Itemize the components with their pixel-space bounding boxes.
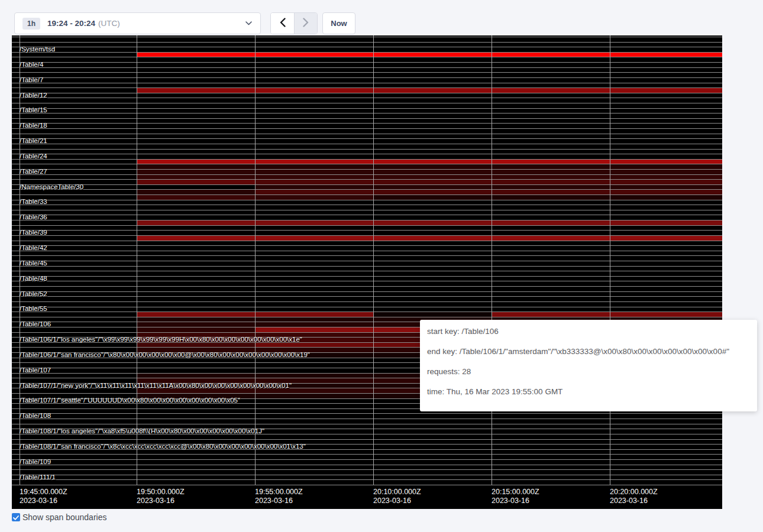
heatmap-band[interactable] [373,52,492,57]
heatmap-band[interactable] [373,184,492,190]
now-button[interactable]: Now [322,12,355,34]
heatmap-band[interactable] [255,194,373,200]
heatmap-band[interactable] [373,169,492,174]
heatmap-band[interactable] [255,220,373,225]
heatmap-band[interactable] [373,220,492,225]
heatmap-band[interactable] [255,322,373,327]
heatmap-band[interactable] [137,179,255,184]
heatmap-band[interactable] [137,52,255,57]
heatmap-band[interactable] [255,179,373,184]
heatmap-band[interactable] [137,327,255,332]
span-boundary-line [12,108,722,109]
key-visualizer-heatmap[interactable]: /System/tsd/Table/4/Table/7/Table/12/Tab… [12,35,722,509]
heatmap-band[interactable] [610,312,722,317]
span-boundary-line [12,245,722,246]
heatmap-band[interactable] [610,189,722,194]
chevron-right-icon [303,18,309,29]
span-boundary-line [12,281,722,281]
row-label: /Table/12 [20,92,47,99]
heatmap-band[interactable] [492,52,610,57]
heatmap-band[interactable] [373,87,492,93]
heatmap-band[interactable] [610,184,722,190]
show-span-boundaries-checkbox[interactable] [12,513,20,521]
heatmap-band[interactable] [373,164,492,169]
heatmap-band[interactable] [610,159,722,164]
heatmap-band[interactable] [610,87,722,93]
row-label: /Table/55 [20,306,47,313]
heatmap-band[interactable] [610,220,722,225]
span-boundary-line [12,144,722,144]
heatmap-band[interactable] [610,164,722,169]
heatmap-band[interactable] [137,169,255,174]
span-boundary-line [12,42,722,43]
heatmap-band[interactable] [373,179,492,184]
heatmap-band[interactable] [255,52,373,57]
heatmap-band[interactable] [492,194,610,200]
heatmap-band[interactable] [492,179,610,184]
heatmap-band[interactable] [492,189,610,194]
heatmap-band[interactable] [610,194,722,200]
heatmap-band[interactable] [373,312,492,317]
heatmap-band[interactable] [255,327,373,332]
span-boundary-line [12,113,722,113]
heatmap-band[interactable] [610,174,722,180]
row-label: /Table/108/1/"san francisco"/"\x8c\xcc\x… [20,443,306,450]
heatmap-band[interactable] [137,322,255,327]
next-time-button[interactable] [294,13,317,34]
heatmap-band[interactable] [373,235,492,241]
span-boundary-line [12,205,722,205]
heatmap-band[interactable] [137,312,255,317]
heatmap-band[interactable] [492,174,610,180]
span-boundary-line [12,128,722,129]
heatmap-band[interactable] [492,184,610,190]
heatmap-band[interactable] [610,235,722,241]
heatmap-band[interactable] [255,87,373,93]
heatmap-band[interactable] [137,317,255,322]
heatmap-band[interactable] [610,179,722,184]
heatmap-band[interactable] [137,189,255,194]
heatmap-band[interactable] [255,235,373,241]
heatmap-band[interactable] [610,52,722,57]
heatmap-band[interactable] [255,164,373,169]
span-boundary-line [12,77,722,78]
heatmap-band[interactable] [492,87,610,93]
heatmap-band[interactable] [137,235,255,241]
heatmap-band[interactable] [137,164,255,169]
span-boundary-line [12,83,722,83]
heatmap-band[interactable] [492,169,610,174]
heatmap-band[interactable] [492,164,610,169]
heatmap-band[interactable] [137,87,255,93]
heatmap-band[interactable] [373,174,492,180]
time-range-select[interactable]: 1h 19:24 - 20:24 (UTC) [14,12,261,34]
heatmap-band[interactable] [492,235,610,241]
heatmap-band[interactable] [137,194,255,200]
heatmap-band[interactable] [137,174,255,180]
heatmap-band[interactable] [255,184,373,190]
heatmap-band[interactable] [255,312,373,317]
row-label: /Table/21 [20,138,47,145]
heatmap-band[interactable] [137,373,255,378]
heatmap-band[interactable] [492,159,610,164]
heatmap-band[interactable] [255,174,373,180]
heatmap-band[interactable] [255,373,373,378]
span-boundary-line [12,189,722,190]
heatmap-band[interactable] [610,169,722,174]
heatmap-band[interactable] [492,220,610,225]
heatmap-band[interactable] [492,312,610,317]
heatmap-band[interactable] [373,189,492,194]
span-boundary-line [12,307,722,307]
heatmap-band[interactable] [255,169,373,174]
heatmap-band[interactable] [255,159,373,164]
heatmap-band[interactable] [373,159,492,164]
span-boundary-line [12,454,722,455]
prev-time-button[interactable] [271,13,294,34]
heatmap-band[interactable] [255,189,373,194]
span-boundary-line [12,159,722,160]
heatmap-band[interactable] [255,317,373,322]
heatmap-band[interactable] [137,159,255,164]
time-bucket-line [137,35,137,485]
heatmap-band[interactable] [373,194,492,200]
heatmap-band[interactable] [255,393,373,398]
heatmap-band[interactable] [137,220,255,225]
span-tooltip: start key: /Table/106 end key: /Table/10… [420,320,757,411]
